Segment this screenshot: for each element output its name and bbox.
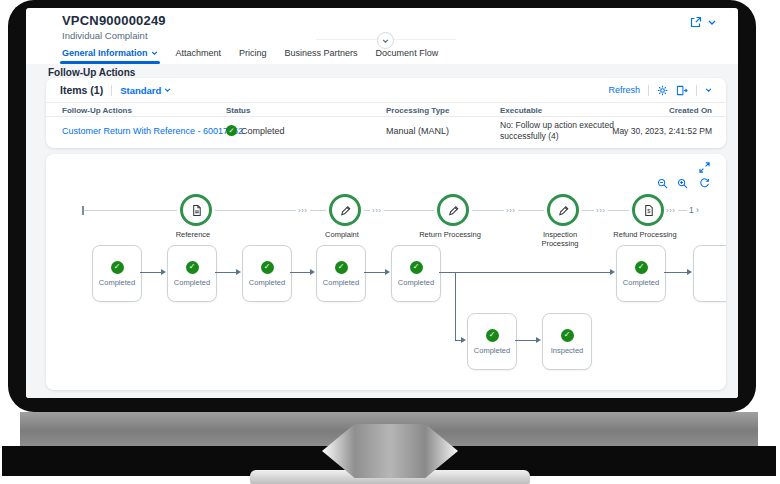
flow-status-box[interactable]: ✓ Inspected bbox=[542, 313, 592, 370]
flow-node-label: Inspection Processing bbox=[536, 230, 584, 249]
tab-pricing[interactable]: Pricing bbox=[239, 48, 267, 64]
flow-connector bbox=[215, 272, 237, 273]
toolbar-separator bbox=[696, 85, 697, 96]
tab-label: Business Partners bbox=[285, 48, 358, 58]
edit-icon bbox=[557, 204, 570, 217]
column-header-processing-type: Processing Type bbox=[386, 106, 449, 115]
tab-label: General Information bbox=[62, 48, 148, 58]
row-action-link[interactable]: Customer Return With Reference - 6001775… bbox=[62, 126, 243, 136]
flow-node-label: Return Processing bbox=[414, 230, 486, 239]
tab-label: Attachment bbox=[176, 48, 222, 58]
tab-label: Pricing bbox=[239, 48, 267, 58]
fullscreen-button[interactable] bbox=[699, 162, 710, 173]
row-created-on: May 30, 2023, 2:41:52 PM bbox=[612, 126, 712, 136]
flow-node-refund-processing[interactable]: $ bbox=[632, 194, 664, 226]
success-status-icon: ✓ bbox=[335, 261, 348, 274]
toolbar-separator bbox=[648, 85, 649, 96]
lane-start-tick bbox=[82, 206, 84, 215]
flow-status-box[interactable]: ✓ Completed bbox=[467, 313, 517, 370]
collapse-header-button[interactable] bbox=[377, 32, 394, 49]
tab-general-information[interactable]: General Information bbox=[62, 48, 158, 64]
row-processing-type: Manual (MANL) bbox=[386, 126, 449, 136]
success-status-icon: ✓ bbox=[261, 261, 274, 274]
chevron-down-icon bbox=[708, 20, 716, 25]
zoom-in-button[interactable] bbox=[677, 178, 688, 189]
zoom-out-button[interactable] bbox=[657, 178, 668, 189]
tab-business-partners[interactable]: Business Partners bbox=[285, 48, 358, 64]
status-box-label: Inspected bbox=[551, 346, 584, 355]
flow-connector bbox=[439, 272, 611, 273]
flow-node-reference[interactable] bbox=[180, 194, 212, 226]
tab-label: Document Flow bbox=[376, 48, 439, 58]
status-box-label: Completed bbox=[398, 278, 434, 287]
flow-status-box[interactable]: ✓ Completed bbox=[391, 245, 441, 302]
lane-pagination[interactable]: 1 › bbox=[687, 205, 701, 215]
success-status-icon: ✓ bbox=[561, 329, 574, 342]
table-toolbar: Items (1) Standard Refresh bbox=[46, 78, 726, 102]
flow-node-inspection-processing[interactable] bbox=[547, 194, 579, 226]
page: VPCN900000249 Individual Complaint bbox=[0, 0, 780, 484]
tab-bar: General Information Attachment Pricing B… bbox=[62, 48, 438, 64]
billing-document-icon: $ bbox=[642, 204, 655, 217]
flow-node-label: Complaint bbox=[310, 230, 374, 239]
edit-icon bbox=[447, 204, 460, 217]
success-status-icon: ✓ bbox=[635, 261, 648, 274]
flow-connector bbox=[455, 340, 462, 341]
reset-zoom-button[interactable] bbox=[699, 178, 710, 189]
section-title: Follow-Up Actions bbox=[48, 67, 135, 78]
flow-node-return-processing[interactable] bbox=[437, 194, 469, 226]
export-menu-button[interactable] bbox=[705, 88, 712, 92]
export-button[interactable] bbox=[676, 85, 688, 96]
status-box-label: Completed bbox=[174, 278, 210, 287]
skip-marker: ››› bbox=[504, 206, 518, 215]
status-box-label: Completed bbox=[623, 278, 659, 287]
chevron-down-icon bbox=[705, 88, 712, 92]
chevron-down-icon bbox=[164, 88, 171, 92]
success-status-icon: ✓ bbox=[111, 261, 124, 274]
expand-icon bbox=[699, 162, 710, 173]
reset-zoom-icon bbox=[699, 178, 710, 189]
edit-icon bbox=[339, 204, 352, 217]
header-actions-menu-button[interactable] bbox=[708, 20, 716, 25]
column-header-created-on: Created On bbox=[669, 106, 712, 115]
flow-connector bbox=[515, 340, 537, 341]
flow-status-box[interactable]: ✓ Completed bbox=[616, 245, 666, 302]
flow-status-box[interactable]: ✓ Completed bbox=[316, 245, 366, 302]
skip-marker: ››› bbox=[296, 206, 310, 215]
export-icon bbox=[676, 85, 688, 96]
monitor-screen: VPCN900000249 Individual Complaint bbox=[26, 8, 738, 398]
column-header-executable: Executable bbox=[500, 106, 542, 115]
chevron-down-icon bbox=[382, 39, 389, 43]
table-header-row: Follow-Up Actions Status Processing Type… bbox=[46, 102, 726, 117]
flow-status-box[interactable]: ✓ Completed bbox=[167, 245, 217, 302]
flow-connector bbox=[364, 272, 386, 273]
skip-marker: ››› bbox=[594, 206, 608, 215]
status-box-label: Completed bbox=[474, 346, 510, 355]
flow-node-label: Refund Processing bbox=[609, 230, 681, 239]
column-header-follow-up-actions: Follow-Up Actions bbox=[62, 106, 132, 115]
row-status-text: Completed bbox=[241, 126, 285, 136]
flow-status-box-partial[interactable] bbox=[693, 245, 726, 302]
tab-document-flow[interactable]: Document Flow bbox=[376, 48, 439, 64]
flow-node-complaint[interactable] bbox=[329, 194, 361, 226]
page-title: VPCN900000249 bbox=[62, 13, 166, 28]
status-box-label: Completed bbox=[249, 278, 285, 287]
svg-text:$: $ bbox=[647, 208, 650, 214]
success-status-icon: ✓ bbox=[486, 329, 499, 342]
tab-attachment[interactable]: Attachment bbox=[176, 48, 222, 64]
success-status-icon: ✓ bbox=[410, 261, 423, 274]
column-header-status: Status bbox=[226, 106, 250, 115]
share-button[interactable] bbox=[690, 16, 702, 28]
flow-status-box[interactable]: ✓ Completed bbox=[242, 245, 292, 302]
document-icon bbox=[190, 204, 203, 217]
refresh-button[interactable]: Refresh bbox=[608, 85, 640, 95]
toolbar-separator bbox=[111, 85, 112, 96]
table-row[interactable]: Customer Return With Reference - 6001775… bbox=[46, 117, 726, 148]
status-box-label: Completed bbox=[323, 278, 359, 287]
flow-status-box[interactable]: ✓ Completed bbox=[92, 245, 142, 302]
view-selector[interactable]: Standard bbox=[120, 85, 171, 96]
skip-marker: ››› bbox=[664, 206, 678, 215]
table-settings-button[interactable] bbox=[657, 85, 668, 96]
view-selector-label: Standard bbox=[120, 85, 161, 96]
flow-connector bbox=[140, 272, 162, 273]
